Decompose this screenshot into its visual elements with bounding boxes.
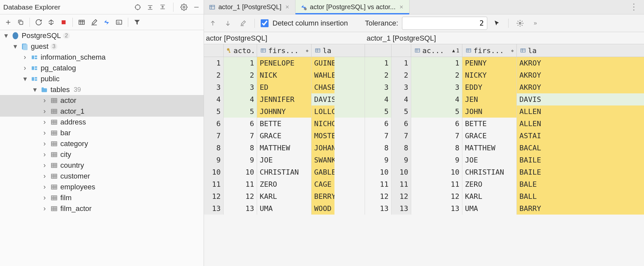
table-row[interactable]: 3 3 ED CHASE <box>204 81 365 93</box>
cell-id[interactable]: 11 <box>411 178 462 190</box>
cell-id[interactable]: 7 <box>411 130 462 142</box>
table-row[interactable]: 10 10 CHRISTIAN GABLE <box>204 166 365 178</box>
tolerance-input[interactable] <box>402 17 487 30</box>
cell-id[interactable]: 9 <box>411 154 462 166</box>
more-menu-icon[interactable]: ⋮ <box>624 0 644 14</box>
filter-icon[interactable] <box>131 17 143 28</box>
cell-last-name[interactable]: ASTAI <box>517 130 644 142</box>
table-node-category[interactable]: › category <box>0 138 204 149</box>
cell-last-name[interactable]: DAVIS <box>517 93 644 105</box>
table-node-film_actor[interactable]: › film_actor <box>0 203 204 214</box>
cell-first-name[interactable]: BETTE <box>462 118 517 130</box>
detect-insertion-checkbox[interactable] <box>261 19 269 27</box>
chevron-right-icon[interactable]: › <box>41 205 48 212</box>
table-node-country[interactable]: › country <box>0 160 204 171</box>
cell-last-name[interactable]: BAILE <box>517 166 644 178</box>
table-node-employees[interactable]: › employees <box>0 181 204 192</box>
cell-first-name[interactable]: BETTE <box>257 118 312 130</box>
table-row[interactable]: 8 8 MATTHEW JOHAN <box>204 142 365 154</box>
datasource-node[interactable]: ▾ PostgreSQL 2 <box>0 30 204 41</box>
chevron-right-icon[interactable]: › <box>41 141 48 147</box>
cell-first-name[interactable]: ED <box>257 81 312 93</box>
cell-id[interactable]: 12 <box>224 190 257 202</box>
table-row[interactable]: 12 12 KARL BERRY <box>204 190 365 202</box>
cell-first-name[interactable]: GRACE <box>257 130 312 142</box>
tables-folder[interactable]: ▾ tables 39 <box>0 84 204 95</box>
stop-icon[interactable] <box>58 17 69 28</box>
refresh-icon[interactable] <box>33 17 44 28</box>
close-icon[interactable]: × <box>398 3 405 11</box>
sort-icon[interactable]: ◆ <box>511 48 514 53</box>
table-row[interactable]: 1 1 PENNY AKROY <box>392 57 644 69</box>
cell-last-name[interactable]: MOSTE <box>312 130 334 142</box>
cell-id[interactable]: 2 <box>411 69 462 81</box>
cell-last-name[interactable]: BALL <box>517 190 644 202</box>
cell-last-name[interactable]: ALLEN <box>517 118 644 130</box>
chevron-down-icon[interactable]: ▾ <box>12 43 18 50</box>
cell-id[interactable]: 12 <box>411 190 462 202</box>
cell-id[interactable]: 3 <box>411 81 462 93</box>
cell-id[interactable]: 8 <box>224 142 257 154</box>
minimize-icon[interactable] <box>192 3 200 11</box>
column-header-last-name[interactable]: la <box>517 44 644 57</box>
table-node-film[interactable]: › film <box>0 192 204 203</box>
cell-first-name[interactable]: JENNIFER <box>257 93 312 105</box>
table-row[interactable]: 4 4 JEN DAVIS <box>392 93 644 105</box>
edit-diff-icon[interactable] <box>237 18 249 29</box>
cell-first-name[interactable]: JOE <box>462 154 517 166</box>
duplicate-icon[interactable] <box>15 17 26 28</box>
cell-first-name[interactable]: JOHNNY <box>257 105 312 118</box>
table-row[interactable]: 9 9 JOE SWANK <box>204 154 365 166</box>
target-icon[interactable] <box>134 3 142 11</box>
cell-id[interactable]: 8 <box>411 142 462 154</box>
cursor-tool-icon[interactable] <box>491 18 502 29</box>
table-row[interactable]: 1 1 PENELOPE GUINE <box>204 57 365 69</box>
cell-id[interactable]: 10 <box>411 166 462 178</box>
expand-all-icon[interactable] <box>146 3 154 11</box>
prev-diff-icon[interactable] <box>207 18 218 29</box>
cell-id[interactable]: 11 <box>224 178 257 190</box>
table-row[interactable]: 11 11 ZERO BALE <box>392 178 644 190</box>
cell-first-name[interactable]: PENNY <box>462 57 517 69</box>
table-row[interactable]: 6 6 BETTE NICHC <box>204 118 365 130</box>
cell-first-name[interactable]: UMA <box>462 202 517 215</box>
cell-first-name[interactable]: NICK <box>257 69 312 81</box>
chevron-right-icon[interactable]: › <box>41 119 48 125</box>
cell-first-name[interactable]: GRACE <box>462 130 517 142</box>
database-node[interactable]: ▾ guest 3 <box>0 41 204 52</box>
table-node-actor_1[interactable]: › actor_1 <box>0 106 204 117</box>
chevron-right-icon[interactable]: › <box>41 173 48 180</box>
cell-first-name[interactable]: ZERO <box>257 178 312 190</box>
cell-last-name[interactable]: AKROY <box>517 57 644 69</box>
sql-console-icon[interactable]: QL <box>113 17 125 28</box>
cell-last-name[interactable]: ALLEN <box>517 105 644 118</box>
chevron-down-icon[interactable]: ▾ <box>22 76 28 82</box>
chevron-right-icon[interactable]: › <box>41 97 48 104</box>
column-header-first-name[interactable]: firs... ◆ <box>257 44 312 57</box>
cell-last-name[interactable]: AKROY <box>517 81 644 93</box>
column-header-actor-id[interactable]: acto... ◆ <box>224 44 257 57</box>
table-node-customer[interactable]: › customer <box>0 171 204 181</box>
add-icon[interactable] <box>3 17 14 28</box>
cell-last-name[interactable]: JOHAN <box>312 142 334 154</box>
sort-asc-icon[interactable]: ▲ <box>452 48 455 53</box>
tab-diff[interactable]: actor [PostgreSQL] vs actor... × <box>295 0 410 14</box>
right-grid[interactable]: ac... ▲ 1 firs... ◆ la 1 1 PENNY AKROY 2… <box>392 44 644 266</box>
table-node-address[interactable]: › address <box>0 117 204 127</box>
column-header-first-name[interactable]: firs... ◆ <box>462 44 517 57</box>
chevron-down-icon[interactable]: ▾ <box>3 32 9 39</box>
table-node-city[interactable]: › city <box>0 149 204 160</box>
chevron-right-icon[interactable]: › <box>22 65 28 71</box>
cell-first-name[interactable]: KARL <box>257 190 312 202</box>
collapse-all-icon[interactable] <box>159 3 167 11</box>
cell-id[interactable]: 1 <box>224 57 257 69</box>
cell-last-name[interactable]: LOLLC <box>312 105 334 118</box>
table-row[interactable]: 2 2 NICK WAHLE <box>204 69 365 81</box>
cell-first-name[interactable]: JOE <box>257 154 312 166</box>
next-diff-icon[interactable] <box>222 18 233 29</box>
chevron-right-icon[interactable]: › <box>22 54 28 61</box>
chevron-right-icon[interactable]: › <box>41 130 48 136</box>
table-node-actor[interactable]: › actor <box>0 95 204 106</box>
cell-last-name[interactable]: DAVIS <box>312 93 334 105</box>
table-icon[interactable] <box>76 17 87 28</box>
